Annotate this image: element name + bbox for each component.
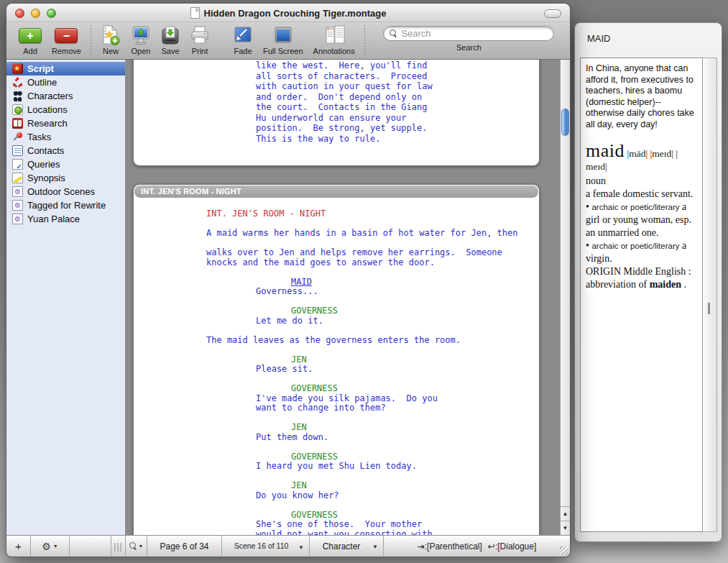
sidebar-item-icon bbox=[12, 145, 23, 156]
script-line: Do you know her? bbox=[134, 491, 539, 501]
scroll-down-button[interactable]: ▼ bbox=[561, 521, 570, 535]
sidebar-item[interactable]: Tasks bbox=[6, 130, 125, 144]
sense-register-label: archaic or poetic/literary bbox=[591, 203, 679, 211]
sidebar-item[interactable]: Locations bbox=[6, 103, 125, 116]
script-line: JEN bbox=[134, 481, 539, 491]
sidebar: Script Outline Characters Locations bbox=[6, 60, 126, 535]
sidebar-item-icon bbox=[12, 77, 23, 88]
new-document-icon bbox=[101, 24, 121, 46]
page-indicator[interactable]: Page 6 of 34 bbox=[147, 536, 222, 557]
status-bar: + ⚙▼ ||| ▼ Page 6 of 34 Scene 16 of 110▼… bbox=[6, 535, 570, 557]
vertical-scrollbar[interactable]: ▲ ▼ bbox=[560, 60, 570, 535]
dictionary-origin: ORIGIN Middle English : abbreviation of … bbox=[586, 265, 697, 291]
chevron-down-icon: ▼ bbox=[372, 544, 378, 550]
dictionary-headword: maid bbox=[586, 140, 625, 161]
element-type-selector[interactable]: Character▼ bbox=[310, 536, 384, 557]
script-line: I've made you silk pajamas. Do you bbox=[134, 394, 539, 404]
sidebar-item[interactable]: Research bbox=[6, 116, 125, 130]
script-line: MAID bbox=[134, 278, 539, 288]
sidebar-item[interactable]: Script bbox=[6, 62, 125, 75]
script-line: and order. Don't depend only on bbox=[134, 92, 539, 103]
sidebar-item-icon bbox=[12, 214, 23, 224]
sidebar-item-label: Locations bbox=[27, 104, 68, 115]
sidebar-item[interactable]: Outline bbox=[6, 75, 125, 89]
open-button[interactable]: Open bbox=[131, 24, 151, 58]
open-monitor-icon bbox=[131, 24, 151, 46]
dictionary-note: In China, anyone that can afford it, fro… bbox=[586, 63, 697, 130]
scrollbar-thumb[interactable] bbox=[561, 109, 569, 136]
dictionary-scroll-thumb[interactable] bbox=[708, 303, 710, 314]
action-menu-button[interactable]: ⚙▼ bbox=[31, 536, 70, 557]
sidebar-item-icon bbox=[12, 91, 23, 101]
toolbar-separator bbox=[364, 25, 365, 57]
dictionary-part-of-speech: noun bbox=[586, 175, 697, 188]
script-line: The maid leaves as the governess enters … bbox=[134, 336, 539, 346]
main-window: Hidden Dragon Crouching Tiger.montage + … bbox=[6, 3, 571, 557]
remove-icon: − bbox=[55, 28, 78, 43]
sidebar-item-label: Tagged for Rewrite bbox=[27, 200, 106, 211]
toolbar-toggle-button[interactable] bbox=[544, 9, 561, 18]
scene-header-bar[interactable]: INT. JEN'S ROOM - NIGHT bbox=[134, 186, 538, 198]
window-resize-grip[interactable] bbox=[560, 546, 568, 555]
script-line: GOVERNESS bbox=[134, 511, 539, 521]
script-line: This is the way to rule. bbox=[134, 134, 539, 145]
dictionary-sense: • archaic or poetic/literary a virgin. bbox=[586, 239, 697, 265]
search-section: Search bbox=[372, 24, 566, 52]
zoom-menu-button[interactable]: ▼ bbox=[126, 536, 147, 557]
title-bar[interactable]: Hidden Dragon Crouching Tiger.montage bbox=[6, 4, 570, 22]
fade-button[interactable]: Fade bbox=[233, 24, 253, 58]
script-line: Let me do it. bbox=[134, 316, 539, 326]
scene-selector[interactable]: Scene 16 of 110▼ bbox=[222, 536, 310, 557]
new-button[interactable]: New bbox=[101, 24, 121, 58]
toolbar: + Add − Remove New bbox=[6, 22, 570, 60]
script-page-previous[interactable]: like the west. Here, you'll findall sort… bbox=[133, 60, 540, 166]
search-field[interactable] bbox=[383, 26, 554, 41]
dictionary-scrollbar[interactable] bbox=[702, 58, 717, 532]
script-page-current[interactable]: INT. JEN'S ROOM - NIGHT INT. JEN'S ROOM … bbox=[133, 184, 540, 535]
sidebar-item[interactable]: Contacts bbox=[6, 144, 125, 157]
sidebar-item[interactable]: Queries bbox=[6, 157, 125, 171]
sidebar-item-icon bbox=[12, 63, 23, 74]
scroll-up-button[interactable]: ▲ bbox=[561, 506, 570, 521]
window-title: Hidden Dragon Crouching Tiger.montage bbox=[204, 8, 387, 19]
script-line: GOVERNESS bbox=[134, 384, 539, 394]
sidebar-item-label: Research bbox=[27, 118, 68, 129]
fade-icon bbox=[233, 24, 253, 46]
dictionary-entry: maid |mād| |meɪd| | meɪd| noun a female … bbox=[586, 145, 697, 291]
script-line: like the west. Here, you'll find bbox=[134, 60, 539, 71]
script-line: the court. Contacts in the Giang bbox=[134, 102, 539, 113]
splitter-grip[interactable]: ||| bbox=[111, 536, 126, 557]
save-button[interactable]: Save bbox=[161, 24, 180, 58]
tab-hint: ⇥:[Parenthetical] bbox=[418, 541, 482, 551]
sidebar-item[interactable]: Tagged for Rewrite bbox=[6, 198, 125, 212]
sidebar-item[interactable]: Outdoor Scenes bbox=[6, 185, 125, 198]
script-line: GOVERNESS bbox=[134, 452, 539, 462]
origin-word: maiden bbox=[650, 279, 681, 290]
bullet-icon: • bbox=[586, 201, 589, 212]
print-button[interactable]: Print bbox=[190, 24, 210, 58]
chevron-down-icon: ▼ bbox=[53, 544, 58, 549]
add-element-button[interactable]: + bbox=[6, 536, 31, 557]
printer-icon bbox=[190, 24, 210, 46]
fullscreen-icon bbox=[273, 24, 293, 46]
sidebar-item-icon bbox=[12, 186, 23, 197]
dictionary-definition: a female domestic servant. bbox=[586, 188, 697, 201]
sidebar-item-label: Queries bbox=[27, 159, 60, 170]
annotations-button[interactable]: Annotations bbox=[313, 24, 355, 58]
fullscreen-button[interactable]: Full Screen bbox=[263, 24, 303, 58]
toolbar-separator bbox=[91, 25, 91, 57]
origin-label: ORIGIN bbox=[586, 266, 621, 277]
sidebar-item-icon bbox=[12, 159, 23, 170]
dictionary-panel-title: MAID bbox=[587, 33, 611, 44]
sense-register-label: archaic or poetic/literary bbox=[591, 242, 679, 250]
add-button[interactable]: + Add bbox=[19, 24, 42, 58]
script-editor[interactable]: like the west. Here, you'll findall sort… bbox=[126, 60, 560, 535]
sidebar-item[interactable]: Synopsis bbox=[6, 171, 125, 185]
sidebar-item[interactable]: Characters bbox=[6, 89, 125, 103]
script-line: INT. JEN'S ROOM - NIGHT bbox=[134, 209, 539, 219]
sidebar-item[interactable]: Yuan Palace bbox=[6, 212, 125, 226]
search-input[interactable] bbox=[401, 28, 548, 39]
script-line bbox=[134, 413, 539, 424]
remove-button[interactable]: − Remove bbox=[52, 24, 81, 58]
script-line bbox=[134, 267, 539, 278]
